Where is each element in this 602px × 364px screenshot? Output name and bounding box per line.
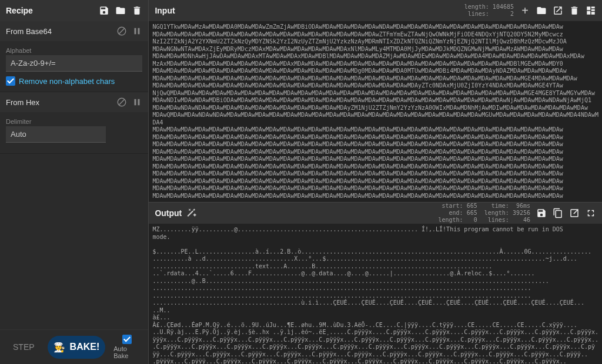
- delimiter-input[interactable]: Auto: [6, 126, 106, 143]
- clear-recipe-icon[interactable]: [132, 5, 142, 16]
- breakpoint-icon[interactable]: [132, 26, 142, 36]
- open-file-icon[interactable]: [553, 5, 563, 16]
- recipe-operations[interactable]: From Base64 Alphabet A-Za-z0-9+/= Remove…: [0, 21, 148, 329]
- auto-bake-checkbox[interactable]: [122, 335, 132, 344]
- open-folder-icon[interactable]: [536, 5, 547, 16]
- alphabet-input[interactable]: A-Za-z0-9+/=: [6, 55, 142, 72]
- bake-button[interactable]: 🧑‍🍳 BAKE!: [48, 336, 106, 359]
- breakpoint-icon[interactable]: [132, 97, 142, 107]
- operation-title: From Hex: [6, 98, 39, 107]
- disable-op-icon[interactable]: [116, 26, 127, 36]
- save-recipe-icon[interactable]: [99, 5, 109, 16]
- maximize-output-icon[interactable]: [586, 208, 596, 218]
- operation-from-hex: From Hex Delimiter Auto: [0, 92, 148, 154]
- save-output-icon[interactable]: [536, 208, 547, 218]
- alphabet-label: Alphabet: [6, 47, 142, 54]
- output-header: Output start: 665 time: 96ms end: 665 le…: [149, 203, 602, 224]
- output-stats: start: 665 time: 96ms end: 665 length: 3…: [438, 203, 530, 224]
- delimiter-label: Delimiter: [6, 118, 142, 125]
- remove-nonalpha-label[interactable]: Remove non-alphabet chars: [19, 77, 115, 86]
- load-recipe-icon[interactable]: [115, 5, 126, 16]
- chef-icon: 🧑‍🍳: [53, 342, 65, 353]
- reset-layout-icon[interactable]: [586, 5, 596, 16]
- bake-label: BAKE!: [70, 342, 100, 352]
- copy-output-icon[interactable]: [553, 208, 563, 218]
- operation-from-base64: From Base64 Alphabet A-Za-z0-9+/= Remove…: [0, 21, 148, 92]
- output-text[interactable]: MZ.........ÿÿ..........@................…: [149, 224, 602, 364]
- remove-nonalpha-checkbox[interactable]: [6, 76, 15, 86]
- magic-icon[interactable]: [186, 208, 197, 218]
- add-input-icon[interactable]: +: [520, 5, 530, 16]
- step-button[interactable]: STEP: [5, 338, 43, 356]
- output-title: Output: [155, 208, 182, 218]
- input-title: Input: [155, 6, 175, 15]
- input-stats: length: 104685 lines: 2: [464, 4, 514, 18]
- recipe-title: Recipe: [6, 6, 33, 15]
- operation-title: From Base64: [6, 27, 52, 36]
- auto-bake-toggle[interactable]: Auto Bake: [110, 335, 143, 359]
- recipe-header: Recipe: [0, 0, 148, 21]
- input-header: Input length: 104685 lines: 2 +: [149, 0, 602, 21]
- auto-bake-label: Auto Bake: [113, 345, 140, 359]
- clear-input-icon[interactable]: [569, 5, 580, 16]
- replace-input-icon[interactable]: [569, 208, 580, 218]
- input-text[interactable]: NGQ1YTkwMDAwMzAwMDAwMDA0MDAwMDAwZmZmZjAw…: [149, 21, 602, 202]
- disable-op-icon[interactable]: [116, 97, 127, 107]
